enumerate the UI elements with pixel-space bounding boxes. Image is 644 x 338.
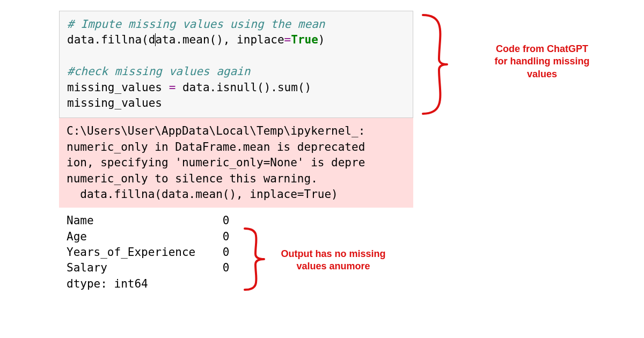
warning-line: numeric_only in DataFrame.mean is deprec… <box>67 141 365 153</box>
warning-line: ion, specifying 'numeric_only=None' is d… <box>67 156 365 169</box>
code-text: data.fillna(d <box>67 33 155 46</box>
warning-output: C:\Users\User\AppData\Local\Temp\ipykern… <box>59 118 413 208</box>
code-text: missing_values <box>67 97 162 109</box>
code-op: = <box>284 33 291 46</box>
code-text: ata.mean(), inplace <box>155 33 284 46</box>
warning-line: C:\Users\User\AppData\Local\Temp\ipykern… <box>67 124 365 137</box>
brace-icon <box>418 11 477 118</box>
warning-line: numeric_only to silence this warning. <box>67 172 318 185</box>
annotation-bottom: Output has no missing values anumore <box>272 248 395 273</box>
code-text: missing_values <box>67 81 169 94</box>
code-op: = <box>169 81 176 94</box>
code-cell[interactable]: # Impute missing values using the mean d… <box>59 11 413 118</box>
code-comment-1: # Impute missing values using the mean <box>67 18 325 31</box>
code-text: ) <box>318 33 325 46</box>
annotation-top: Code from ChatGPT for handling missing v… <box>483 43 601 80</box>
warning-line: data.fillna(data.mean(), inplace=True) <box>67 188 338 201</box>
code-keyword-true: True <box>291 33 318 46</box>
code-comment-2: #check missing values again <box>67 65 250 78</box>
code-text: data.isnull().sum() <box>175 81 311 94</box>
